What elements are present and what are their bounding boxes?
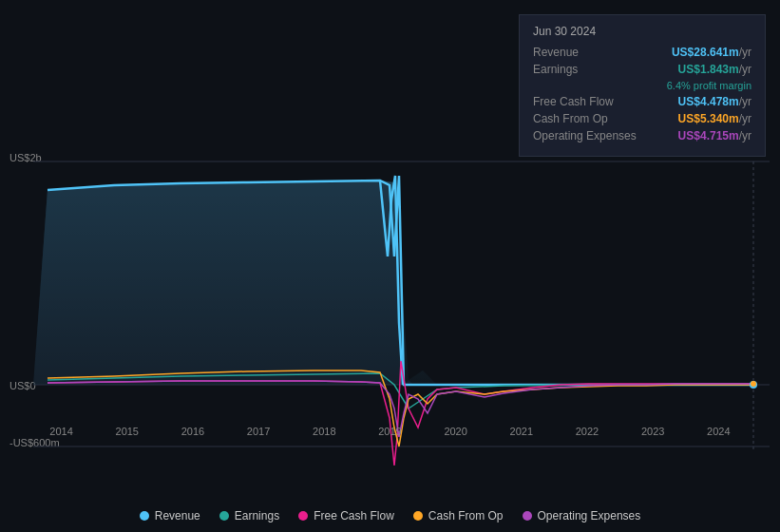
cash-from-op-label: Cash From Op — [533, 112, 637, 125]
operating-expenses-label: Operating Expenses — [533, 129, 637, 142]
profit-margin-row: 6.4% profit margin — [533, 80, 751, 91]
legend: Revenue Earnings Free Cash Flow Cash Fro… — [0, 509, 780, 522]
free-cash-flow-label: Free Cash Flow — [533, 95, 637, 108]
x-label-2022: 2022 — [576, 426, 599, 437]
legend-label-free-cash-flow: Free Cash Flow — [314, 509, 394, 522]
cash-from-op-value: US$5.340m/yr — [678, 112, 751, 125]
legend-revenue[interactable]: Revenue — [140, 509, 200, 522]
x-label-2024: 2024 — [707, 426, 730, 437]
legend-dot-operating-expenses — [523, 511, 532, 521]
profit-margin: 6.4% profit margin — [667, 80, 751, 91]
tooltip-date: Jun 30 2024 — [533, 25, 751, 38]
legend-free-cash-flow[interactable]: Free Cash Flow — [298, 509, 394, 522]
operating-expenses-row: Operating Expenses US$4.715m/yr — [533, 129, 751, 142]
earnings-value: US$1.843m/yr — [678, 63, 751, 76]
x-label-2021: 2021 — [510, 426, 533, 437]
x-axis: 2014 2015 2016 2017 2018 2019 2020 2021 … — [0, 426, 780, 437]
legend-dot-revenue — [140, 511, 149, 521]
revenue-label: Revenue — [533, 46, 637, 59]
tooltip-card: Jun 30 2024 Revenue US$28.641m/yr Earnin… — [519, 14, 766, 157]
x-label-2014: 2014 — [49, 426, 72, 437]
svg-point-5 — [751, 381, 756, 387]
x-label-2017: 2017 — [247, 426, 270, 437]
legend-cash-from-op[interactable]: Cash From Op — [413, 509, 504, 522]
earnings-label: Earnings — [533, 63, 637, 76]
operating-expenses-value: US$4.715m/yr — [678, 129, 751, 142]
revenue-value: US$28.641m/yr — [672, 46, 751, 59]
x-label-2019: 2019 — [378, 426, 401, 437]
x-label-2016: 2016 — [181, 426, 204, 437]
legend-dot-earnings — [219, 511, 229, 521]
x-label-2018: 2018 — [313, 426, 335, 437]
revenue-row: Revenue US$28.641m/yr — [533, 46, 751, 59]
legend-label-operating-expenses: Operating Expenses — [538, 509, 641, 522]
legend-earnings[interactable]: Earnings — [219, 509, 279, 522]
cash-from-op-row: Cash From Op US$5.340m/yr — [533, 112, 751, 125]
x-label-2023: 2023 — [641, 426, 664, 437]
legend-operating-expenses[interactable]: Operating Expenses — [523, 509, 641, 522]
free-cash-flow-row: Free Cash Flow US$4.478m/yr — [533, 95, 751, 108]
legend-dot-cash-from-op — [413, 511, 423, 521]
legend-label-earnings: Earnings — [235, 509, 279, 522]
legend-label-revenue: Revenue — [155, 509, 200, 522]
free-cash-flow-value: US$4.478m/yr — [678, 95, 751, 108]
legend-dot-free-cash-flow — [298, 511, 308, 521]
x-label-2015: 2015 — [116, 426, 139, 437]
legend-label-cash-from-op: Cash From Op — [428, 509, 504, 522]
earnings-row: Earnings US$1.843m/yr — [533, 63, 751, 76]
x-label-2020: 2020 — [444, 426, 466, 437]
